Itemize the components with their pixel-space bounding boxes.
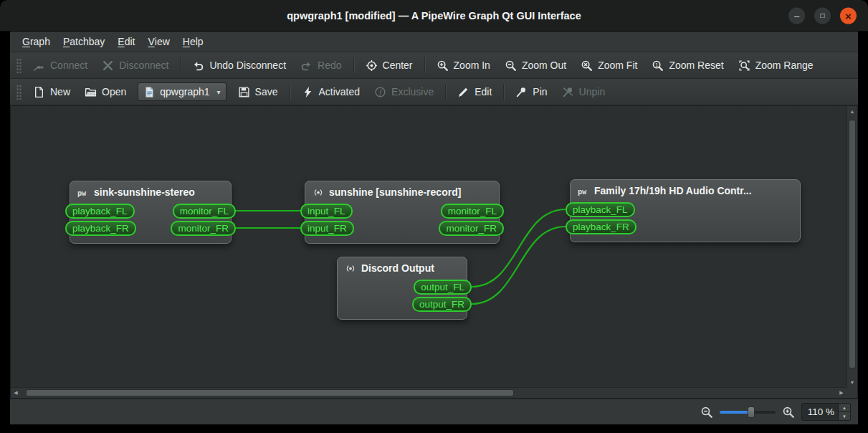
menu-help[interactable]: Help [176, 32, 210, 52]
disconnect-button[interactable]: Disconnect [95, 55, 175, 75]
scrollbar-corner [846, 387, 857, 398]
open-button[interactable]: Open [78, 82, 133, 102]
port-input_FR[interactable]: input_FR [300, 221, 354, 236]
port-monitor_FR[interactable]: monitor_FR [439, 221, 504, 236]
port-playback_FR[interactable]: playback_FR [566, 219, 636, 234]
port-playback_FL[interactable]: playback_FL [566, 202, 635, 217]
vertical-scrollbar[interactable]: ▲ ▼ [846, 106, 857, 387]
port-input_FL[interactable]: input_FL [300, 204, 353, 219]
close-button[interactable]: × [840, 7, 857, 24]
toolbar-button-label: Zoom Fit [598, 60, 637, 71]
zoom-in-button[interactable]: Zoom In [430, 55, 497, 75]
port-output_FL[interactable]: output_FL [414, 280, 472, 295]
menu-view[interactable]: View [141, 32, 176, 52]
scroll-down-button[interactable]: ▼ [847, 377, 857, 387]
svg-text:f: f [379, 87, 382, 95]
redo-button[interactable]: Redo [294, 55, 348, 75]
new-file-icon [33, 86, 45, 98]
zoom-spin-up-button[interactable]: ▴ [839, 404, 850, 412]
menu-bar: GraphPatchbayEditViewHelp [10, 32, 858, 52]
toolbar-button-label: Zoom Range [755, 60, 814, 71]
port-playback_FR[interactable]: playback_FR [65, 221, 136, 236]
node-sink-sunshine-stereo[interactable]: pwsink-sunshine-stereoplayback_FLmonitor… [70, 181, 232, 244]
connect-button[interactable]: Connect [27, 55, 94, 75]
title-bar[interactable]: qpwgraph1 [modified] — A PipeWire Graph … [0, 0, 868, 32]
port-playback_FL[interactable]: playback_FL [65, 204, 135, 219]
horizontal-scrollbar-track[interactable] [22, 389, 836, 396]
node-header: Discord Output [338, 257, 467, 276]
zoom-range-icon [738, 60, 750, 72]
pin-button[interactable]: Pin [509, 82, 553, 102]
toolbar-separator [180, 57, 181, 73]
zoom-range-button[interactable]: Zoom Range [732, 55, 820, 75]
exclusive-icon: f [374, 86, 386, 98]
zoom-slider-handle[interactable] [748, 406, 755, 418]
zoom-slider[interactable] [720, 406, 776, 419]
unpin-button[interactable]: Unpin [555, 82, 612, 102]
zoom-fit-button[interactable]: Zoom Fit [574, 55, 644, 75]
node-family-audio[interactable]: pwFamily 17h/19h HD Audio Contr...playba… [570, 179, 801, 242]
zoom-spin-arrows: ▴ ▾ [838, 404, 850, 420]
horizontal-scrollbar-thumb[interactable] [26, 389, 515, 396]
port-monitor_FL[interactable]: monitor_FL [173, 204, 236, 219]
scroll-left-button[interactable]: ◀ [11, 388, 21, 398]
chevron-down-icon: ▾ [217, 88, 221, 96]
edit-button[interactable]: Edit [451, 82, 498, 102]
menu-edit[interactable]: Edit [111, 32, 141, 52]
toolbar-button-label: Pin [533, 86, 547, 97]
toolbar-button-label: Activated [319, 86, 361, 97]
horizontal-scrollbar[interactable]: ◀ ▶ [11, 387, 846, 398]
status-zoom-out-button[interactable] [700, 406, 713, 419]
port-monitor_FL[interactable]: monitor_FL [441, 204, 504, 219]
save-button[interactable]: Save [232, 82, 285, 102]
maximize-icon: □ [820, 12, 824, 19]
maximize-button[interactable]: □ [814, 7, 831, 24]
node-sunshine[interactable]: sunshine [sunshine-record]input_FLmonito… [305, 181, 500, 244]
save-icon [238, 86, 250, 98]
toolbar-drag-handle[interactable] [16, 84, 22, 100]
status-zoom-in-button[interactable] [782, 406, 795, 419]
vertical-scrollbar-track[interactable] [849, 117, 856, 376]
zoom-value[interactable]: 110 % [802, 404, 838, 420]
port-monitor_FR[interactable]: monitor_FR [171, 221, 236, 236]
vertical-scrollbar-thumb[interactable] [849, 120, 856, 369]
scroll-up-button[interactable]: ▲ [847, 106, 857, 116]
undo-icon [192, 60, 204, 72]
zoom-spin-down-button[interactable]: ▾ [839, 412, 850, 420]
svg-text:pw: pw [578, 186, 587, 195]
menu-graph[interactable]: Graph [16, 32, 57, 52]
toolbar-button-label: New [50, 86, 70, 97]
open-folder-icon [85, 86, 97, 98]
center-button[interactable]: Center [359, 55, 419, 75]
undo-disconnect-button[interactable]: Undo Disconnect [186, 55, 292, 75]
minimize-button[interactable]: – [788, 7, 805, 24]
toolbar-button-label: Center [383, 60, 413, 71]
toolbar-button-label: Zoom Reset [669, 60, 723, 71]
menu-patchbay[interactable]: Patchbay [57, 32, 111, 52]
node-title: Discord Output [361, 262, 434, 274]
patchbay-select[interactable]: qpwgraph1▾ [138, 82, 226, 101]
scroll-right-icon: ▶ [839, 390, 843, 396]
activated-icon [302, 86, 314, 98]
exclusive-button[interactable]: fExclusive [368, 82, 440, 102]
toolbar-button-label: Disconnect [119, 60, 168, 71]
scroll-up-icon: ▲ [850, 109, 855, 114]
activated-button[interactable]: Activated [295, 82, 367, 102]
app-window: qpwgraph1 [modified] — A PipeWire Graph … [0, 0, 868, 433]
graph-canvas[interactable]: pwsink-sunshine-stereoplayback_FLmonitor… [11, 106, 846, 387]
zoom-reset-button[interactable]: 1Zoom Reset [645, 55, 730, 75]
toolbar-button-label: Unpin [579, 86, 606, 97]
node-discord-output[interactable]: Discord Outputoutput_FLoutput_FR [337, 257, 467, 320]
pin-icon [515, 86, 528, 98]
spin-down-icon: ▾ [843, 414, 846, 419]
unpin-icon [562, 86, 574, 98]
toolbar-button-label: Connect [50, 60, 87, 71]
scroll-down-icon: ▼ [850, 380, 855, 385]
zoom-out-button[interactable]: Zoom Out [498, 55, 573, 75]
zoom-spinbox[interactable]: 110 % ▴ ▾ [801, 403, 851, 421]
toolbar-drag-handle[interactable] [16, 57, 22, 73]
node-title: Family 17h/19h HD Audio Contr... [594, 185, 752, 196]
new-button[interactable]: New [27, 82, 77, 102]
scroll-right-button[interactable]: ▶ [836, 388, 846, 398]
port-output_FR[interactable]: output_FR [412, 297, 472, 312]
